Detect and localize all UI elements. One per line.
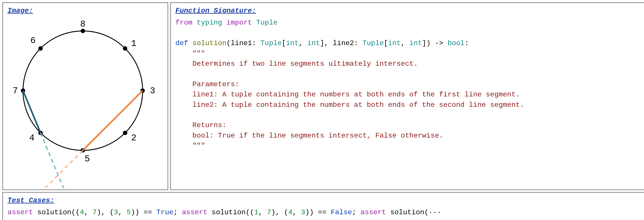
test-panel: Test Cases: assert solution((4, 7), (3, … bbox=[2, 192, 644, 220]
doc-line-4: line2: A tuple containing the numbers at… bbox=[192, 101, 524, 109]
image-title: Image: bbox=[8, 6, 163, 16]
figure-container: Image: 8 1 3 2 5 bbox=[2, 2, 644, 220]
doc-line-2: Parameters: bbox=[192, 80, 239, 88]
triple-quote-open: """ bbox=[192, 49, 205, 58]
label-6: 6 bbox=[30, 36, 36, 46]
test-title: Test Cases: bbox=[8, 196, 641, 206]
chord-3-5-extension bbox=[45, 150, 83, 188]
label-7: 7 bbox=[12, 86, 18, 96]
label-4: 4 bbox=[29, 133, 34, 143]
label-8: 8 bbox=[80, 19, 86, 29]
test-code: assert solution((4, 7), (3, 5)) == True;… bbox=[8, 208, 641, 218]
kw-from: from bbox=[176, 18, 192, 27]
label-1: 1 bbox=[131, 39, 136, 49]
name-tuple: Tuple bbox=[256, 18, 278, 27]
chord-7-4 bbox=[23, 91, 40, 133]
doc-line-7: bool: True if the line segments intersec… bbox=[192, 132, 443, 140]
point-6 bbox=[38, 46, 43, 51]
doc-line-6: Returns: bbox=[192, 121, 226, 129]
signature-title: Function Signature: bbox=[176, 6, 641, 16]
label-5: 5 bbox=[84, 154, 90, 164]
top-row: Image: 8 1 3 2 5 bbox=[2, 2, 644, 190]
point-2 bbox=[123, 131, 127, 135]
kw-def: def bbox=[176, 39, 188, 47]
module-typing: typing bbox=[197, 18, 222, 27]
signature-panel: Function Signature: from typing import T… bbox=[170, 2, 644, 190]
label-3: 3 bbox=[150, 86, 155, 96]
circle-diagram: 8 1 3 2 5 4 7 6 bbox=[8, 18, 162, 188]
signature-code: from typing import Tuple def solution(li… bbox=[176, 18, 641, 151]
point-8 bbox=[80, 29, 85, 33]
params: (line1: Tuple[int, int], line2: Tuple[in… bbox=[226, 39, 469, 47]
image-panel: Image: 8 1 3 2 5 bbox=[2, 2, 168, 190]
doc-line-0: Determines if two line segments ultimate… bbox=[192, 60, 418, 68]
triple-quote-close: """ bbox=[192, 142, 205, 150]
kw-import: import bbox=[226, 18, 252, 27]
chord-7-4-extension bbox=[40, 133, 65, 188]
doc-line-3: line1: A tuple containing the numbers at… bbox=[192, 90, 520, 99]
label-2: 2 bbox=[131, 133, 136, 143]
point-1 bbox=[123, 46, 127, 51]
fn-solution: solution bbox=[192, 39, 226, 47]
